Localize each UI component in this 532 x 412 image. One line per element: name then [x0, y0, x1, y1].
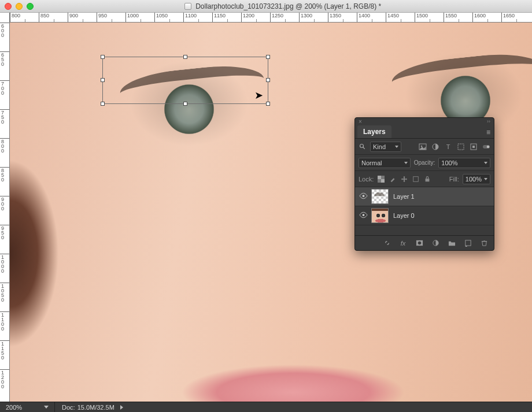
- transform-handle-bot-left[interactable]: [101, 102, 105, 106]
- ruler-tick: 1000: [0, 254, 10, 283]
- panel-menu-icon[interactable]: ≡: [486, 128, 490, 136]
- transform-handle-bot-right[interactable]: [266, 102, 270, 106]
- panel-footer: fx: [355, 235, 494, 250]
- ruler-tick: 900: [68, 13, 97, 23]
- ruler-tick: 1650: [501, 13, 530, 23]
- ruler-tick: 1150: [212, 13, 241, 23]
- layers-panel: × ›› Layers ≡ Kind T Normal Opacity: 100…: [354, 117, 494, 251]
- layer-row[interactable]: Layer 1: [355, 187, 494, 206]
- ruler-horizontal[interactable]: 8008509009501000105011001150120012501300…: [10, 13, 532, 23]
- filter-kind-select[interactable]: Kind: [370, 142, 401, 152]
- layer-fx-icon[interactable]: fx: [399, 239, 407, 247]
- blend-row: Normal Opacity: 100%: [355, 155, 494, 171]
- ruler-tick: 1200: [241, 13, 270, 23]
- ruler-tick: 1050: [154, 13, 183, 23]
- document-title-text: Dollarphotoclub_101073231.jpg @ 200% (La…: [195, 2, 381, 10]
- ruler-tick: 1450: [386, 13, 415, 23]
- svg-point-17: [362, 214, 364, 216]
- ruler-tick: 950: [97, 13, 125, 23]
- svg-rect-6: [458, 144, 464, 150]
- svg-rect-21: [465, 240, 470, 246]
- new-layer-icon[interactable]: [464, 239, 472, 247]
- layer-name[interactable]: Layer 0: [393, 212, 415, 219]
- ruler-tick: 600: [0, 23, 10, 51]
- doc-info-chevron-icon[interactable]: [120, 405, 123, 410]
- transform-handle-top-mid[interactable]: [183, 55, 187, 59]
- tab-layers[interactable]: Layers: [357, 125, 391, 138]
- zoom-chevron-icon[interactable]: [44, 406, 49, 409]
- ruler-tick: 1500: [415, 13, 444, 23]
- panel-header[interactable]: × ››: [355, 118, 494, 125]
- transform-handle-top-right[interactable]: [266, 55, 270, 59]
- ruler-tick: 1400: [357, 13, 386, 23]
- document-title: Dollarphotoclub_101073231.jpg @ 200% (La…: [34, 2, 532, 10]
- lock-all-icon[interactable]: [423, 175, 431, 183]
- layer-name[interactable]: Layer 1: [393, 193, 415, 200]
- fill-input[interactable]: 100%: [463, 174, 490, 184]
- ruler-tick: 750: [0, 109, 10, 138]
- layer-row[interactable]: Layer 0: [355, 206, 494, 225]
- divider: [54, 402, 55, 413]
- ruler-tick: 1100: [0, 311, 10, 340]
- ruler-tick: 900: [0, 196, 10, 225]
- lock-artboard-icon[interactable]: [412, 175, 420, 183]
- transform-handle-mid-left[interactable]: [101, 78, 105, 82]
- document-icon: [184, 3, 191, 10]
- doc-size-value: 15.0M/32.5M: [77, 404, 114, 411]
- lock-transparent-icon[interactable]: [377, 175, 385, 183]
- filter-smart-icon[interactable]: [470, 143, 478, 151]
- ruler-tick: 1000: [125, 13, 154, 23]
- layer-thumbnail[interactable]: [371, 189, 389, 204]
- svg-point-3: [421, 145, 423, 147]
- lock-label: Lock:: [359, 176, 374, 183]
- svg-rect-13: [381, 179, 385, 183]
- svg-point-16: [362, 195, 364, 197]
- transform-bounding-box[interactable]: [102, 57, 268, 104]
- minimize-button[interactable]: [16, 3, 23, 10]
- svg-rect-8: [472, 146, 475, 148]
- transform-handle-mid-right[interactable]: [266, 78, 270, 82]
- filter-type-icon[interactable]: T: [444, 143, 452, 151]
- new-adjustment-icon[interactable]: [431, 239, 439, 247]
- close-button[interactable]: [5, 3, 12, 10]
- panel-collapse-icon[interactable]: ››: [487, 118, 490, 124]
- svg-text:T: T: [446, 143, 450, 150]
- lock-position-icon[interactable]: [400, 175, 408, 183]
- lock-row: Lock: Fill: 100%: [355, 171, 494, 187]
- ruler-tick: 1100: [183, 13, 212, 23]
- filter-pixel-icon[interactable]: [419, 143, 427, 151]
- traffic-lights: [5, 3, 34, 10]
- opacity-input[interactable]: 100%: [438, 158, 490, 168]
- visibility-toggle-icon[interactable]: [355, 211, 371, 220]
- delete-layer-icon[interactable]: [480, 239, 488, 247]
- svg-rect-12: [378, 176, 381, 179]
- transform-handle-bot-mid[interactable]: [183, 102, 187, 106]
- ruler-tick: 950: [0, 225, 10, 254]
- ruler-tick: 850: [0, 167, 10, 196]
- search-icon: [359, 143, 367, 151]
- layer-thumbnail[interactable]: [371, 208, 389, 223]
- filter-adjust-icon[interactable]: [431, 143, 439, 151]
- zoom-level[interactable]: 200%: [0, 404, 39, 411]
- doc-size-label: Doc:: [56, 404, 77, 411]
- ruler-tick: 700: [0, 80, 10, 109]
- transform-handle-top-left[interactable]: [101, 55, 105, 59]
- visibility-toggle-icon[interactable]: [355, 192, 371, 201]
- add-mask-icon[interactable]: [415, 239, 423, 247]
- link-layers-icon[interactable]: [383, 239, 391, 247]
- filter-shape-icon[interactable]: [457, 143, 465, 151]
- ruler-tick: 1550: [444, 13, 472, 23]
- filter-toggle-icon[interactable]: [482, 143, 490, 151]
- ruler-vertical[interactable]: 6006507007508008509009501000105011001150…: [0, 13, 10, 402]
- svg-rect-14: [413, 176, 419, 181]
- ruler-tick: 1050: [0, 283, 10, 311]
- window-titlebar: Dollarphotoclub_101073231.jpg @ 200% (La…: [0, 0, 532, 13]
- new-group-icon[interactable]: [448, 239, 456, 247]
- maximize-button[interactable]: [27, 3, 34, 10]
- blend-mode-select[interactable]: Normal: [359, 158, 411, 168]
- layer-filter-row: Kind T: [355, 139, 494, 155]
- ruler-tick: 1300: [299, 13, 328, 23]
- lock-brush-icon[interactable]: [389, 175, 397, 183]
- panel-tabs: Layers ≡: [355, 125, 494, 139]
- panel-close-icon[interactable]: ×: [359, 118, 362, 125]
